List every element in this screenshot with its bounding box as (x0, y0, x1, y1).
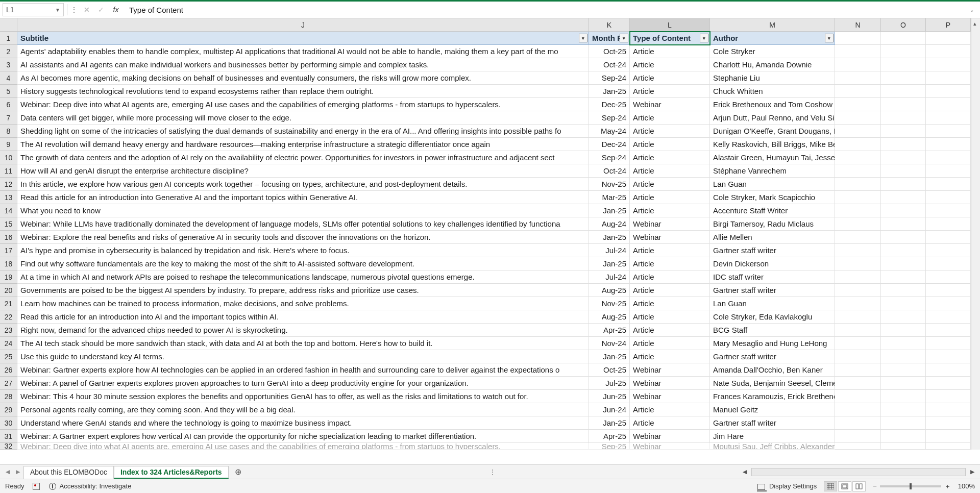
cell-O17[interactable] (881, 244, 926, 257)
vscroll-track[interactable] (971, 257, 980, 270)
cell-subtitle[interactable]: Right now, demand for the advanced chips… (17, 324, 589, 337)
vscroll-track[interactable] (971, 71, 980, 85)
cell-subtitle[interactable]: AI assistants and AI agents can make ind… (17, 58, 589, 71)
cell-P14[interactable] (926, 204, 971, 217)
cell-P3[interactable] (926, 58, 971, 71)
cell-author[interactable]: Lan Guan (710, 297, 835, 310)
cell-O7[interactable] (881, 111, 926, 125)
cell-N31[interactable] (835, 430, 881, 443)
cell-O20[interactable] (881, 284, 926, 297)
cell-O29[interactable] (881, 403, 926, 416)
table-header-subtitle[interactable]: Subtitle▾ (17, 32, 589, 45)
cell-P25[interactable] (926, 350, 971, 363)
cell-subtitle[interactable]: Shedding light on some of the intricacie… (17, 125, 589, 138)
cell-subtitle[interactable]: As AI becomes more agentic, making decis… (17, 71, 589, 85)
cell-P20[interactable] (926, 284, 971, 297)
row-header-1[interactable]: 1 (0, 32, 17, 45)
cell-subtitle[interactable]: Read this article for an introduction in… (17, 191, 589, 204)
tab-split-handle[interactable]: ⋮ (486, 468, 498, 476)
cell-author[interactable]: Gartner staff writer (710, 244, 835, 257)
cell-subtitle[interactable]: Governments are poised to be the biggest… (17, 284, 589, 297)
cell-month[interactable]: Oct-24 (589, 164, 630, 178)
row-header-30[interactable]: 30 (0, 416, 17, 430)
vscroll-track[interactable] (971, 217, 980, 231)
cell-N8[interactable] (835, 125, 881, 138)
cell-type[interactable]: Article (630, 416, 710, 430)
hscroll-right-icon[interactable]: ▶ (968, 469, 977, 475)
cell-P24[interactable] (926, 337, 971, 350)
cell-O12[interactable] (881, 178, 926, 191)
cell-type[interactable]: Article (630, 284, 710, 297)
vscroll-track[interactable] (971, 270, 980, 284)
cell-type[interactable]: Article (630, 297, 710, 310)
cell-O5[interactable] (881, 85, 926, 98)
cell-O11[interactable] (881, 164, 926, 178)
column-header-J[interactable]: J (17, 18, 589, 32)
row-header-9[interactable]: 9 (0, 138, 17, 151)
cell-month[interactable]: Mar-25 (589, 191, 630, 204)
cell-month[interactable]: Nov-24 (589, 337, 630, 350)
cell-P31[interactable] (926, 430, 971, 443)
cell-author[interactable]: Moutusi Sau, Jeff Cribbs, Alexander Hoep… (710, 443, 835, 450)
filter-icon[interactable]: ▾ (620, 34, 628, 42)
cell-P12[interactable] (926, 178, 971, 191)
cell-author[interactable]: Kelly Raskovich, Bill Briggs, Mike Becht… (710, 138, 835, 151)
cell-subtitle[interactable]: AI's hype and promise in cybersecurity i… (17, 244, 589, 257)
cell-O2[interactable] (881, 45, 926, 58)
cell-O4[interactable] (881, 71, 926, 85)
cell-month[interactable]: Apr-25 (589, 324, 630, 337)
hscroll-track[interactable] (751, 468, 966, 476)
cell-subtitle[interactable]: Webinar: A panel of Gartner experts expl… (17, 377, 589, 390)
cell-month[interactable]: Sep-24 (589, 71, 630, 85)
cell-O16[interactable] (881, 231, 926, 244)
cell-subtitle[interactable]: Understand where GenAI stands and where … (17, 416, 589, 430)
cell-month[interactable]: Oct-25 (589, 45, 630, 58)
column-header-P[interactable]: P (926, 18, 971, 32)
row-header-2[interactable]: 2 (0, 45, 17, 58)
spreadsheet-area[interactable]: JKLMNOP1Subtitle▾Month P▾Type of Content… (0, 18, 980, 464)
filter-icon[interactable]: ▾ (700, 34, 708, 42)
cell-type[interactable]: Article (630, 125, 710, 138)
cell-N10[interactable] (835, 151, 881, 164)
cell-month[interactable]: Jan-25 (589, 416, 630, 430)
cell-author[interactable]: Stéphane Vanrechem (710, 164, 835, 178)
cell-author[interactable]: IDC staff writer (710, 270, 835, 284)
vscroll-track[interactable] (971, 191, 980, 204)
cell-type[interactable]: Article (630, 350, 710, 363)
view-normal-button[interactable] (824, 481, 837, 491)
name-box-dropdown-icon[interactable]: ▼ (55, 7, 60, 13)
cell-N30[interactable] (835, 416, 881, 430)
cell-N11[interactable] (835, 164, 881, 178)
formula-expand-icon[interactable]: ⌄ (966, 7, 977, 13)
cell-N12[interactable] (835, 178, 881, 191)
vscroll-track[interactable] (971, 45, 980, 58)
row-header-15[interactable]: 15 (0, 217, 17, 231)
cell-P10[interactable] (926, 151, 971, 164)
cell-subtitle[interactable]: Personal agents really coming, are they … (17, 403, 589, 416)
cell-O19[interactable] (881, 270, 926, 284)
cell-P17[interactable] (926, 244, 971, 257)
cell-subtitle[interactable]: At a time in which AI and network APIs a… (17, 270, 589, 284)
cell-author[interactable]: Accenture Staff Writer (710, 204, 835, 217)
cell-subtitle[interactable]: What you need to know (17, 204, 589, 217)
cell-P5[interactable] (926, 85, 971, 98)
macro-recording-icon[interactable] (33, 482, 41, 490)
column-header-N[interactable]: N (835, 18, 881, 32)
horizontal-scrollbar[interactable]: ◀ ▶ (740, 468, 977, 476)
row-header-23[interactable]: 23 (0, 324, 17, 337)
cell-N3[interactable] (835, 58, 881, 71)
cell-P9[interactable] (926, 138, 971, 151)
tab-nav-prev-icon[interactable]: ◀ (3, 469, 12, 475)
cell-month[interactable]: Jun-25 (589, 390, 630, 403)
select-all-corner[interactable] (0, 18, 17, 32)
formula-splitter[interactable]: ⋮ (70, 6, 78, 14)
cell-author[interactable]: Gartner staff writer (710, 350, 835, 363)
cell-type[interactable]: Article (630, 270, 710, 284)
vscroll-track[interactable] (971, 390, 980, 403)
cell-O8[interactable] (881, 125, 926, 138)
cell-P16[interactable] (926, 231, 971, 244)
table-header-month[interactable]: Month P▾ (589, 32, 630, 45)
cell-N19[interactable] (835, 270, 881, 284)
cell-P1[interactable] (926, 32, 971, 45)
view-page-layout-button[interactable] (838, 481, 851, 491)
